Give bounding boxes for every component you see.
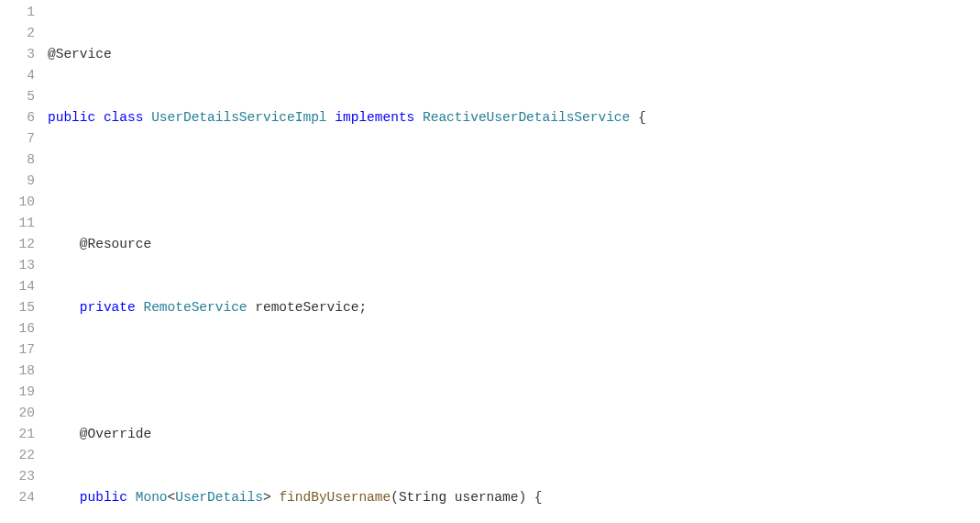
line-number: 11	[7, 213, 35, 234]
line-number: 16	[7, 318, 35, 339]
line-number: 15	[7, 297, 35, 318]
code-line: @Override	[48, 424, 980, 445]
line-number: 7	[7, 128, 35, 150]
line-number: 23	[7, 466, 35, 487]
line-number: 22	[7, 445, 35, 466]
line-number: 9	[7, 171, 35, 192]
code-line: public class UserDetailsServiceImpl impl…	[48, 107, 980, 128]
line-number: 18	[7, 361, 35, 382]
line-number: 24	[7, 487, 35, 508]
line-number: 1	[7, 2, 35, 23]
code-line	[48, 171, 980, 192]
line-number: 13	[7, 255, 35, 276]
line-number-gutter: 1 2 3 4 5 6 7 8 9 10 11 12 13 14 15 16 1…	[0, 2, 44, 523]
line-number: 14	[7, 276, 35, 297]
line-number: 2	[7, 23, 35, 44]
line-number: 21	[7, 424, 35, 445]
line-number: 3	[7, 44, 35, 65]
line-number: 10	[7, 192, 35, 213]
line-number: 8	[7, 150, 35, 171]
code-line	[48, 361, 980, 382]
line-number: 4	[7, 65, 35, 86]
line-number: 20	[7, 403, 35, 424]
code-editor: 1 2 3 4 5 6 7 8 9 10 11 12 13 14 15 16 1…	[0, 0, 980, 523]
line-number: 17	[7, 339, 35, 361]
line-number: 6	[7, 107, 35, 128]
code-line: private RemoteService remoteService;	[48, 297, 980, 318]
code-line: @Resource	[48, 234, 980, 255]
line-number: 12	[7, 234, 35, 255]
line-number: 5	[7, 86, 35, 107]
line-number: 19	[7, 382, 35, 403]
code-line: public Mono<UserDetails> findByUsername(…	[48, 487, 980, 508]
code-content[interactable]: @Service public class UserDetailsService…	[44, 2, 980, 523]
code-line: @Service	[48, 44, 980, 65]
